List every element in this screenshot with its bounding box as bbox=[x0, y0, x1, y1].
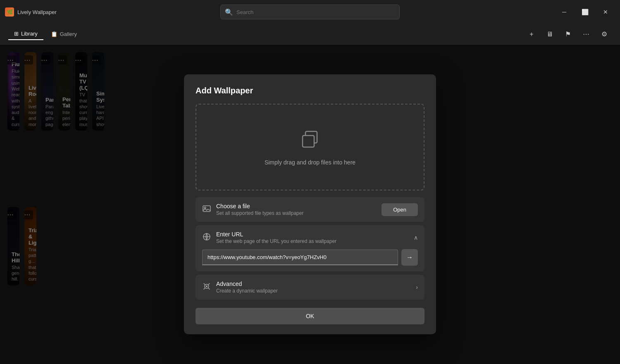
flag-button[interactable]: ⚑ bbox=[560, 27, 575, 42]
ok-button[interactable]: OK bbox=[196, 308, 424, 324]
window-controls: ─ ⬜ ✕ bbox=[555, 5, 615, 19]
more-button[interactable]: ⋯ bbox=[579, 27, 594, 42]
app-branding: 🌿 Lively Wallpaper bbox=[5, 7, 57, 17]
url-input-area: → bbox=[202, 249, 418, 266]
add-wallpaper-dialog: Add Wallpaper Simply drag and drop files… bbox=[184, 74, 436, 334]
search-input[interactable] bbox=[236, 9, 395, 15]
choose-file-info: Choose a file Set all supported file typ… bbox=[216, 203, 303, 216]
advanced-info: Advanced Create a dynamic wallpaper bbox=[216, 281, 278, 294]
nav-tabs: ⊞ Library 📋 Gallery bbox=[8, 28, 83, 40]
enter-url-section: Enter URL Set the web page of the URL yo… bbox=[196, 225, 424, 271]
library-tab[interactable]: ⊞ Library bbox=[8, 28, 43, 40]
monitor-button[interactable]: 🖥 bbox=[542, 27, 557, 42]
app-title: Lively Wallpaper bbox=[17, 9, 57, 15]
url-go-button[interactable]: → bbox=[401, 249, 418, 266]
advanced-name: Advanced bbox=[216, 281, 278, 287]
maximize-button[interactable]: ⬜ bbox=[575, 5, 594, 19]
enter-url-name: Enter URL bbox=[216, 231, 336, 238]
enter-url-chevron: ∧ bbox=[414, 234, 418, 241]
advanced-icon bbox=[202, 282, 211, 293]
choose-file-section: Choose a file Set all supported file typ… bbox=[196, 197, 424, 222]
search-icon: 🔍 bbox=[225, 8, 233, 16]
dialog-title: Add Wallpaper bbox=[196, 86, 424, 95]
advanced-left: Advanced Create a dynamic wallpaper bbox=[202, 281, 278, 294]
drop-zone-icon bbox=[300, 129, 320, 153]
svg-rect-15 bbox=[303, 136, 314, 147]
minimize-button[interactable]: ─ bbox=[555, 5, 574, 19]
app-icon: 🌿 bbox=[5, 7, 14, 17]
svg-rect-16 bbox=[203, 206, 210, 212]
advanced-section: Advanced Create a dynamic wallpaper › bbox=[196, 275, 424, 300]
search-bar: 🔍 bbox=[220, 5, 400, 19]
library-icon: ⊞ bbox=[14, 31, 19, 37]
choose-file-left: Choose a file Set all supported file typ… bbox=[202, 203, 303, 216]
enter-url-desc: Set the web page of the URL you entered … bbox=[216, 238, 336, 244]
close-button[interactable]: ✕ bbox=[596, 5, 615, 19]
advanced-desc: Create a dynamic wallpaper bbox=[216, 288, 278, 294]
nav-bar: ⊞ Library 📋 Gallery + 🖥 ⚑ ⋯ ⚙ bbox=[0, 24, 620, 45]
open-file-button[interactable]: Open bbox=[382, 203, 418, 216]
dialog-overlay: Add Wallpaper Simply drag and drop files… bbox=[0, 45, 620, 364]
choose-file-header: Choose a file Set all supported file typ… bbox=[202, 203, 418, 216]
enter-url-icon bbox=[202, 232, 211, 243]
enter-url-header: Enter URL Set the web page of the URL yo… bbox=[202, 231, 418, 244]
content-area: Fluids Fluid simulation using WebGL, rea… bbox=[0, 45, 620, 364]
choose-file-name: Choose a file bbox=[216, 203, 303, 209]
svg-point-20 bbox=[206, 285, 207, 287]
drop-zone[interactable]: Simply drag and drop files into here bbox=[196, 104, 424, 190]
advanced-chevron: › bbox=[416, 284, 418, 290]
advanced-header[interactable]: Advanced Create a dynamic wallpaper › bbox=[202, 281, 418, 294]
search-container: 🔍 bbox=[220, 5, 400, 19]
enter-url-left: Enter URL Set the web page of the URL yo… bbox=[202, 231, 336, 244]
dialog-footer: OK bbox=[196, 308, 424, 324]
gallery-icon: 📋 bbox=[51, 31, 57, 37]
drop-zone-text: Simply drag and drop files into here bbox=[265, 159, 355, 166]
title-bar: 🌿 Lively Wallpaper 🔍 ─ ⬜ ✕ bbox=[0, 0, 620, 24]
choose-file-icon bbox=[202, 204, 211, 215]
url-input[interactable] bbox=[202, 250, 398, 265]
gallery-tab[interactable]: 📋 Gallery bbox=[45, 28, 83, 40]
settings-button[interactable]: ⚙ bbox=[597, 27, 612, 42]
choose-file-desc: Set all supported file types as wallpape… bbox=[216, 210, 303, 216]
add-button[interactable]: + bbox=[524, 27, 539, 42]
enter-url-info: Enter URL Set the web page of the URL yo… bbox=[216, 231, 336, 244]
nav-actions: + 🖥 ⚑ ⋯ ⚙ bbox=[524, 27, 612, 42]
